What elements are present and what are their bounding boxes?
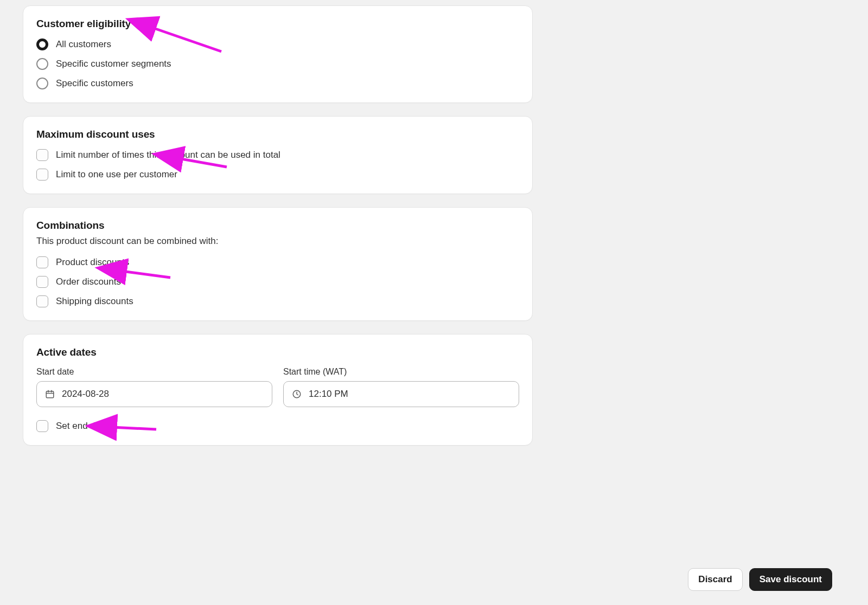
- combinations-title: Combinations: [36, 220, 519, 231]
- checkbox-shipping-discounts[interactable]: Shipping discounts: [36, 295, 519, 307]
- radio-icon: [36, 78, 48, 89]
- max-discount-uses-title: Maximum discount uses: [36, 128, 519, 140]
- active-dates-card: Active dates Start date 2024-08-28: [23, 334, 533, 446]
- checkbox-icon: [36, 149, 48, 161]
- combinations-card: Combinations This product discount can b…: [23, 207, 533, 321]
- clock-icon: [291, 389, 302, 400]
- start-time-input[interactable]: 12:10 PM: [283, 381, 519, 407]
- button-label: Discard: [698, 574, 732, 585]
- radio-label: Specific customer segments: [56, 59, 171, 69]
- start-time-value: 12:10 PM: [309, 389, 348, 400]
- start-time-label: Start time (WAT): [283, 367, 519, 377]
- checkbox-label: Shipping discounts: [56, 296, 133, 307]
- discard-button[interactable]: Discard: [688, 568, 742, 591]
- checkbox-label: Set end date: [56, 421, 108, 432]
- checkbox-icon: [36, 420, 48, 432]
- customer-eligibility-card: Customer eligibility All customers Speci…: [23, 5, 533, 103]
- checkbox-limit-total[interactable]: Limit number of times this discount can …: [36, 149, 519, 161]
- checkbox-label: Order discounts: [56, 276, 121, 287]
- checkbox-label: Limit number of times this discount can …: [56, 150, 280, 160]
- radio-icon: [36, 58, 48, 70]
- radio-all-customers[interactable]: All customers: [36, 38, 519, 50]
- start-date-label: Start date: [36, 367, 272, 377]
- radio-label: Specific customers: [56, 78, 133, 89]
- radio-icon: [36, 38, 48, 50]
- action-bar: Discard Save discount: [688, 568, 832, 591]
- checkbox-icon: [36, 295, 48, 307]
- checkbox-limit-per-customer[interactable]: Limit to one use per customer: [36, 169, 519, 181]
- radio-specific-segments[interactable]: Specific customer segments: [36, 58, 519, 70]
- checkbox-icon: [36, 169, 48, 181]
- checkbox-icon: [36, 276, 48, 288]
- checkbox-product-discounts[interactable]: Product discounts: [36, 256, 519, 268]
- checkbox-icon: [36, 256, 48, 268]
- checkbox-order-discounts[interactable]: Order discounts: [36, 276, 519, 288]
- checkbox-set-end-date[interactable]: Set end date: [36, 420, 519, 432]
- radio-label: All customers: [56, 39, 111, 50]
- active-dates-title: Active dates: [36, 346, 519, 358]
- svg-rect-0: [46, 391, 54, 398]
- calendar-icon: [44, 389, 55, 400]
- radio-specific-customers[interactable]: Specific customers: [36, 78, 519, 89]
- customer-eligibility-title: Customer eligibility: [36, 18, 519, 30]
- start-date-value: 2024-08-28: [62, 389, 109, 400]
- button-label: Save discount: [760, 574, 822, 585]
- checkbox-label: Limit to one use per customer: [56, 169, 177, 180]
- checkbox-label: Product discounts: [56, 257, 129, 268]
- max-discount-uses-card: Maximum discount uses Limit number of ti…: [23, 116, 533, 194]
- save-discount-button[interactable]: Save discount: [749, 568, 832, 591]
- start-date-input[interactable]: 2024-08-28: [36, 381, 272, 407]
- combinations-subtitle: This product discount can be combined wi…: [36, 236, 519, 247]
